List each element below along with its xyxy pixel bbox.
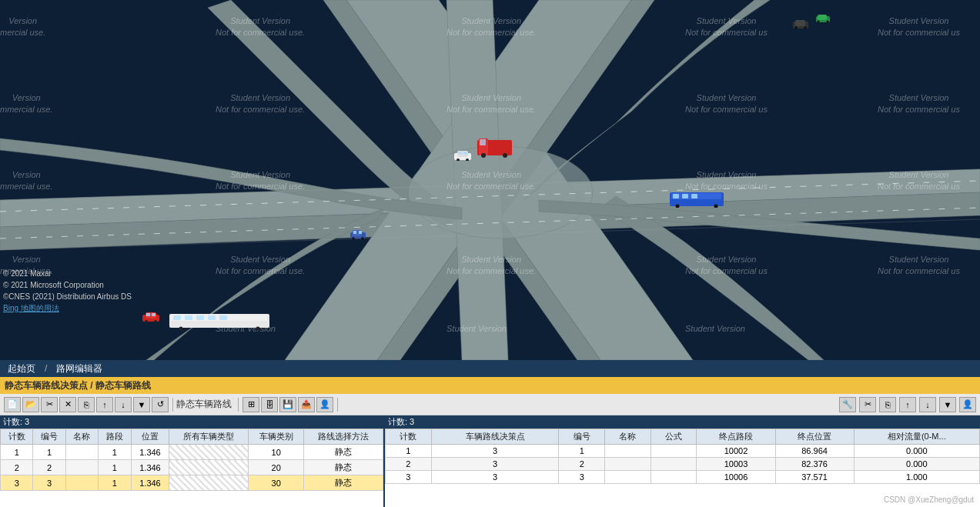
svg-rect-21 <box>682 194 688 198</box>
cell-id: 3 <box>33 475 65 491</box>
toolbar-db-btn[interactable]: 🗄 <box>261 397 278 412</box>
toolbar-sort-desc-btn[interactable]: ↓ <box>115 397 132 412</box>
status-bar: CSDN @XueZheng@gdut <box>884 495 974 504</box>
col-count: 计数 <box>1 429 33 445</box>
toolbar-separator-3 <box>337 398 338 412</box>
toolbar-refresh-btn[interactable]: ↺ <box>152 397 169 412</box>
right-count-header: 计数: 3 <box>385 415 980 429</box>
table-row[interactable]: 1 3 1 10002 86.964 0.000 <box>386 445 980 458</box>
toolbar-new-btn[interactable]: 📄 <box>4 397 21 412</box>
cell-end-segment: 10006 <box>697 471 775 484</box>
left-data-table: 计数 编号 名称 路段 位置 所有车辆类型 车辆类别 路线选择方法 1 1 1 … <box>0 429 383 491</box>
cell-id: 1 <box>33 445 65 460</box>
toolbar-cut2-btn[interactable]: ✂ <box>859 397 876 412</box>
table-row[interactable]: 2 3 2 10003 82.376 0.000 <box>386 458 980 471</box>
page-title: 静态车辆路线决策点 / 静态车辆路线 <box>5 379 151 392</box>
svg-point-59 <box>827 21 829 23</box>
right-count-label: 计数: 3 <box>388 416 414 428</box>
cell-end-position: 82.376 <box>775 458 854 471</box>
status-text: CSDN @XueZheng@gdut <box>884 495 974 504</box>
col-id: 编号 <box>33 429 65 445</box>
bing-link[interactable]: Bing 地图的用法 <box>3 302 132 314</box>
svg-rect-48 <box>146 313 150 316</box>
cell-relative-flow: 0.000 <box>854 458 979 471</box>
nav-item-home[interactable]: 起始页 <box>5 362 38 376</box>
svg-rect-27 <box>458 152 462 155</box>
table-row[interactable]: 3 3 1 1.346 30 静态 <box>1 475 383 491</box>
toolbar-copy2-btn[interactable]: ⎘ <box>879 397 896 412</box>
table-row[interactable]: 1 1 1 1.346 10 静态 <box>1 445 383 460</box>
cell-name <box>65 475 98 491</box>
cell-end-position: 37.571 <box>775 471 854 484</box>
cell-method: 静态 <box>304 445 383 460</box>
toolbar-label: 静态车辆路线 <box>176 398 232 411</box>
toolbar-delete-btn[interactable]: ✕ <box>59 397 76 412</box>
left-panel: 计数: 3 计数 编号 名称 路段 位置 所有车辆类型 车辆类别 路线选择方法 … <box>0 415 385 507</box>
toolbar-save-btn[interactable]: 💾 <box>279 397 296 412</box>
cell-method: 静态 <box>304 460 383 475</box>
cell-formula <box>651 445 697 458</box>
cell-position: 1.346 <box>131 475 169 491</box>
toolbar-sort-asc-btn[interactable]: ↑ <box>96 397 113 412</box>
vehicle-blue-car <box>350 229 366 242</box>
svg-point-17 <box>503 153 507 158</box>
cell-id-r: 1 <box>559 445 605 458</box>
cell-name-r <box>605 458 651 471</box>
cell-end-segment: 10003 <box>697 458 775 471</box>
attribution-line2: © 2021 Microsoft Corporation <box>3 279 132 291</box>
cell-position: 1.346 <box>131 460 169 475</box>
col-vehicle-type: 车辆类别 <box>248 429 303 445</box>
svg-rect-43 <box>219 315 227 320</box>
col-formula: 公式 <box>651 429 697 445</box>
toolbar-table-btn[interactable]: ⊞ <box>242 397 259 412</box>
toolbar-sort2-btn[interactable]: ↓ <box>919 397 936 412</box>
cell-decision: 3 <box>431 471 559 484</box>
table-row[interactable]: 2 2 1 1.346 20 静态 <box>1 460 383 475</box>
vehicle-green-car <box>816 14 830 25</box>
toolbar-wrench-btn[interactable]: 🔧 <box>839 397 856 412</box>
cell-count: 3 <box>1 475 33 491</box>
map-viewport[interactable]: Versionmercial use. Student VersionNot f… <box>0 0 980 360</box>
table-row[interactable]: 3 3 3 10006 37.571 1.000 <box>386 471 980 484</box>
svg-rect-40 <box>185 315 192 320</box>
toolbar-user-btn[interactable]: 👤 <box>316 397 333 412</box>
left-count-label: 计数: 3 <box>3 416 29 428</box>
cell-end-segment: 10002 <box>697 445 775 458</box>
right-panel: 计数: 3 计数 车辆路线决策点 编号 名称 公式 终点路段 终点位置 相对流量… <box>385 415 980 507</box>
right-table-body: 1 3 1 10002 86.964 0.000 2 3 2 10003 8 <box>386 445 980 484</box>
toolbar-open-btn[interactable]: 📂 <box>22 397 39 412</box>
svg-rect-41 <box>196 315 204 320</box>
toolbar-copy-btn[interactable]: ⎘ <box>78 397 95 412</box>
svg-point-54 <box>794 26 798 29</box>
col-id-r: 编号 <box>559 429 605 445</box>
toolbar-filter-btn[interactable]: ▼ <box>133 397 150 412</box>
toolbar-person-btn[interactable]: 👤 <box>959 397 976 412</box>
toolbar-export-btn[interactable]: 📤 <box>298 397 315 412</box>
svg-rect-53 <box>795 20 805 26</box>
svg-point-58 <box>818 21 820 23</box>
toolbar-filter2-btn[interactable]: ▼ <box>939 397 956 412</box>
cell-decision: 3 <box>431 458 559 471</box>
vehicle-white-bus <box>169 312 269 332</box>
left-table-header-row: 计数 编号 名称 路段 位置 所有车辆类型 车辆类别 路线选择方法 <box>1 429 383 445</box>
vehicle-red-truck <box>477 137 512 161</box>
nav-item-road-editor[interactable]: 路网编辑器 <box>53 362 105 376</box>
cell-vehicle-type: 20 <box>248 460 303 475</box>
col-position: 位置 <box>131 429 169 445</box>
toolbar-cut-btn[interactable]: ✂ <box>41 397 58 412</box>
left-table-body: 1 1 1 1.346 10 静态 2 2 1 1.346 20 <box>1 445 383 491</box>
svg-rect-15 <box>480 139 486 145</box>
col-count-r: 计数 <box>386 429 432 445</box>
toolbar-sort1-btn[interactable]: ↑ <box>899 397 916 412</box>
cell-count-r: 1 <box>386 445 432 458</box>
col-end-position: 终点位置 <box>775 429 854 445</box>
left-count-header: 计数: 3 <box>0 415 383 429</box>
svg-rect-49 <box>152 313 156 316</box>
cell-name <box>65 445 98 460</box>
cell-relative-flow: 1.000 <box>854 471 979 484</box>
svg-rect-42 <box>208 315 216 320</box>
cell-relative-flow: 0.000 <box>854 445 979 458</box>
cell-method: 静态 <box>304 475 383 491</box>
col-segment: 路段 <box>99 429 131 445</box>
col-relative-flow: 相对流量(0-M... <box>854 429 979 445</box>
